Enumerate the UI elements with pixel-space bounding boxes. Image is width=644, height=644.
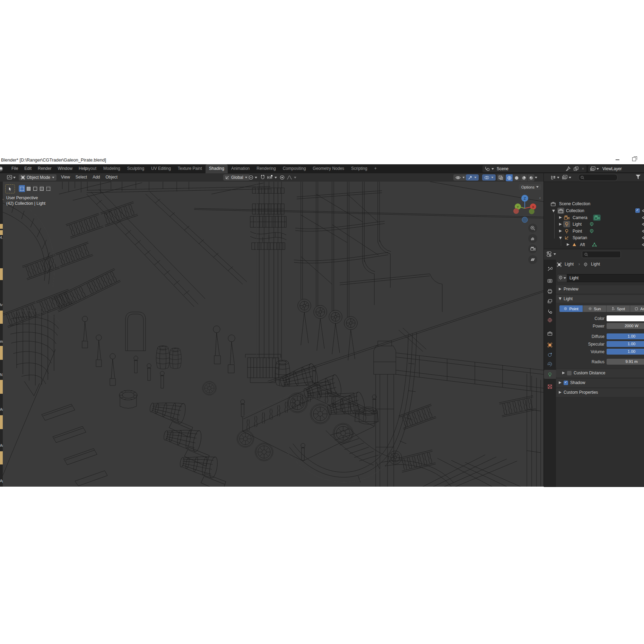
tab-geometry-nodes[interactable]: Geometry Nodes: [309, 164, 348, 173]
menu-window[interactable]: Window: [54, 164, 76, 173]
overlays-toggle[interactable]: [482, 174, 496, 181]
active-tool-select-box-button[interactable]: [5, 184, 15, 193]
tab-shading[interactable]: Shading: [206, 164, 228, 173]
shading-rendered-button[interactable]: [528, 174, 534, 181]
tab-texture[interactable]: [544, 382, 556, 391]
disclosure-icon[interactable]: [559, 230, 562, 233]
outliner-search-input[interactable]: [578, 174, 618, 181]
panel-custom-properties[interactable]: Custom Properties: [556, 389, 644, 397]
object-breadcrumb-icon[interactable]: [557, 262, 562, 267]
datablock-name-field[interactable]: Light: [567, 274, 644, 282]
tab-animation[interactable]: Animation: [228, 164, 253, 173]
hide-eye-icon[interactable]: [642, 243, 644, 246]
tab-object[interactable]: [544, 340, 556, 349]
scene-name[interactable]: Scene: [497, 166, 508, 171]
tab-output[interactable]: [544, 287, 556, 296]
mode-dropdown[interactable]: Object Mode: [19, 174, 56, 181]
tab-particles[interactable]: [544, 350, 556, 359]
hide-eye-icon[interactable]: [642, 216, 644, 219]
orthographic-toggle-button[interactable]: [528, 255, 537, 264]
pan-button[interactable]: [528, 234, 537, 243]
add-workspace-button[interactable]: +: [371, 164, 380, 173]
camera-view-button[interactable]: [528, 244, 537, 253]
tab-modeling[interactable]: Modeling: [100, 164, 124, 173]
custom-distance-checkbox[interactable]: [567, 371, 572, 375]
shading-solid-button[interactable]: [513, 174, 520, 181]
tab-scene[interactable]: [544, 307, 556, 316]
scene-dropdown-icon[interactable]: [491, 168, 494, 170]
tab-view-layer[interactable]: [544, 297, 556, 306]
falloff-curve-icon[interactable]: [286, 175, 293, 180]
outliner-display-mode-icon[interactable]: [551, 175, 556, 180]
light-type-spot[interactable]: Spot: [607, 305, 630, 312]
viewport-3d[interactable]: › User Perspective (42) Collection | Lig…: [0, 182, 543, 487]
color-swatch[interactable]: [607, 315, 644, 321]
pin-icon[interactable]: [566, 166, 571, 171]
light-type-point[interactable]: Point: [559, 305, 583, 312]
volume-slider[interactable]: 1.00: [607, 349, 644, 355]
pivot-dropdown-icon[interactable]: [255, 177, 257, 179]
properties-editor-icon[interactable]: [547, 251, 553, 257]
properties-editor-chevron-icon[interactable]: [554, 253, 556, 255]
viewlayer-dropdown-icon[interactable]: [597, 168, 599, 170]
outliner-row-aft[interactable]: Aft: [544, 242, 644, 248]
region-resize-arrow[interactable]: ‹: [539, 195, 541, 200]
tab-render[interactable]: [544, 276, 556, 285]
select-mode-intersect-button[interactable]: [45, 185, 51, 192]
minimize-button[interactable]: [616, 159, 619, 160]
tab-scripting[interactable]: Scripting: [348, 164, 371, 173]
falloff-dropdown-icon[interactable]: [294, 177, 296, 179]
tab-rendering[interactable]: Rendering: [253, 164, 279, 173]
diffuse-slider[interactable]: 1.00: [607, 333, 644, 339]
panel-preview[interactable]: Preview: [556, 285, 644, 294]
filter-funnel-icon[interactable]: [636, 175, 641, 179]
menu-add[interactable]: Add: [90, 173, 103, 180]
gizmos-toggle[interactable]: [466, 174, 479, 181]
tab-sculpting[interactable]: Sculpting: [124, 164, 148, 173]
window-titlebar[interactable]: Blender* [D:\Ranger\CGTrader\Galeon_Pira…: [0, 156, 644, 164]
editor-type-icon[interactable]: [7, 175, 12, 180]
outliner-row-point[interactable]: Point: [544, 228, 644, 235]
unlink-scene-icon[interactable]: ×: [582, 166, 584, 171]
tab-tool[interactable]: [544, 264, 556, 273]
shading-material-button[interactable]: [520, 174, 528, 181]
menu-file[interactable]: File: [8, 164, 21, 173]
snap-dropdown-icon[interactable]: [275, 177, 277, 179]
shading-dropdown-icon[interactable]: [535, 177, 537, 179]
disclosure-icon[interactable]: [559, 223, 562, 226]
editor-type-dropdown-icon[interactable]: [13, 177, 16, 179]
outliner-row-scene-collection[interactable]: Scene Collection: [544, 201, 644, 207]
zoom-button[interactable]: [528, 224, 537, 233]
select-mode-invert-button[interactable]: [38, 185, 45, 192]
properties-search-input[interactable]: [582, 251, 621, 258]
tab-texture-paint[interactable]: Texture Paint: [174, 164, 206, 173]
shadow-checkbox[interactable]: [564, 381, 568, 385]
breadcrumb-data[interactable]: Light: [591, 262, 600, 267]
outliner-row-collection[interactable]: Collection: [544, 208, 644, 214]
tab-collection-props[interactable]: [544, 329, 556, 338]
light-type-area[interactable]: Area: [630, 305, 644, 312]
tab-layout[interactable]: Layout: [80, 164, 100, 173]
hide-eye-icon[interactable]: [642, 209, 644, 212]
power-field[interactable]: 2000 W: [607, 323, 644, 329]
shading-wireframe-button[interactable]: [506, 174, 513, 181]
tab-world[interactable]: [544, 315, 556, 324]
panel-shadow[interactable]: Shadow: [556, 379, 644, 387]
pivot-point-icon[interactable]: [248, 175, 254, 180]
disclosure-icon[interactable]: [567, 243, 569, 246]
disclosure-icon[interactable]: [552, 210, 555, 212]
select-mode-extend-button[interactable]: [25, 185, 32, 192]
panel-custom-distance[interactable]: Custom Distance: [556, 369, 644, 377]
tab-physics[interactable]: [544, 359, 556, 368]
options-button[interactable]: Options: [519, 184, 541, 190]
breadcrumb-object[interactable]: Light: [565, 262, 574, 267]
outliner-row-spartan[interactable]: Spartan: [544, 235, 644, 241]
light-type-sun[interactable]: Sun: [583, 305, 607, 312]
visibility-dropdown[interactable]: [453, 174, 467, 181]
light-breadcrumb-icon[interactable]: [583, 262, 588, 267]
menu-render[interactable]: Render: [35, 164, 54, 173]
hide-eye-icon[interactable]: [642, 236, 644, 240]
menu-view[interactable]: View: [58, 173, 73, 180]
transform-orientation-dropdown[interactable]: Global: [223, 174, 250, 181]
collection-checkbox[interactable]: [635, 208, 640, 213]
